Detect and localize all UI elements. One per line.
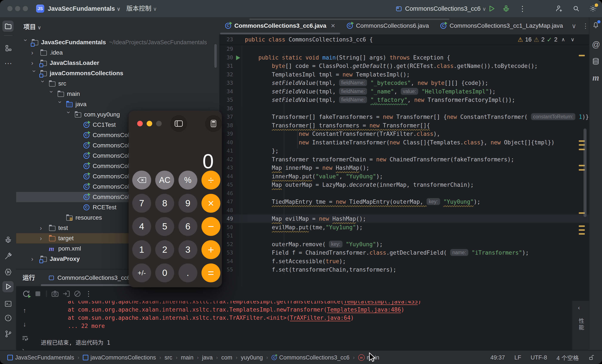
breadcrumb-item[interactable]: yuy0ung	[241, 354, 263, 361]
editor-tab[interactable]: CCommonsCollections3_cc1_LazyMap.java	[434, 17, 569, 34]
run-configuration-selector[interactable]: CommonsCollections3_cc6 ∨	[405, 0, 486, 17]
screenshot-button[interactable]	[51, 290, 59, 298]
vcs-menu[interactable]: 版本控制 ∨	[126, 0, 157, 17]
calculator-window[interactable]: 0 AC%÷789×456−123++/-0.=	[129, 111, 222, 287]
add-user-button[interactable]	[555, 5, 563, 12]
code-line[interactable]: 52 outerMap.remove( key: "Yuy0ung");	[219, 240, 589, 249]
tree-item[interactable]: ›java	[16, 99, 219, 109]
calc-mode-button[interactable]	[205, 115, 222, 132]
code-line[interactable]: 35 setFieldValue(tmpl, fieldName: "_tfac…	[219, 96, 589, 104]
calc-key-−[interactable]: −	[202, 217, 220, 236]
indent-setting[interactable]: 4 个空格	[556, 354, 579, 362]
stop-button[interactable]	[34, 290, 42, 298]
scroll-up-icon[interactable]: ↑	[23, 307, 26, 314]
tree-chevron-icon[interactable]: ›	[31, 48, 38, 58]
performance-collapsed-panel[interactable]: ‹ 性能	[572, 301, 590, 351]
code-line[interactable]: 44 innerMap.put("value", "Yuy0ung");	[219, 172, 589, 181]
code-line[interactable]: 46	[219, 189, 589, 198]
calc-key-+/-[interactable]: +/-	[132, 263, 151, 282]
ai-assistant-icon[interactable]: @	[592, 40, 600, 48]
calc-key-0[interactable]: 0	[155, 263, 174, 282]
run-tab[interactable]: CommonsCollections3_cc6	[48, 270, 130, 286]
code-line[interactable]: 43 Map innerMap = new HashMap();	[219, 164, 589, 172]
breadcrumb-item[interactable]: main	[181, 354, 194, 361]
code-line[interactable]: 34 setFieldValue(tmpl, fieldName: "_name…	[219, 87, 589, 96]
breadcrumb-item[interactable]: CCommonsCollections3_cc6	[271, 354, 349, 361]
code-line[interactable]: 38 Transformer[] transformers = new Tran…	[219, 121, 589, 130]
settings-button[interactable]	[589, 5, 597, 12]
file-encoding[interactable]: UTF-8	[531, 354, 547, 361]
tree-chevron-icon[interactable]: ›	[46, 91, 57, 97]
code-line[interactable]: 54 f.setAccessible(true);	[219, 257, 589, 266]
calc-key-6[interactable]: 6	[178, 217, 197, 236]
calc-key-2[interactable]: 2	[155, 240, 174, 259]
tree-item[interactable]: ›JavaSecFundamentals~/IdeaProjects/JavaS…	[16, 37, 219, 48]
console-output[interactable]: at com.sun.org.apache.xalan.internal.xsl…	[32, 301, 571, 351]
search-everywhere-button[interactable]	[572, 5, 580, 12]
code-line[interactable]: 40 new InstantiateTransformer(new Class[…	[219, 138, 589, 147]
calc-key-÷[interactable]: ÷	[202, 171, 220, 189]
terminal-tool-icon[interactable]	[4, 300, 12, 308]
calc-key-3[interactable]: 3	[178, 240, 197, 259]
tree-item[interactable]: ›JavaClassLoader	[16, 58, 219, 68]
code-line[interactable]: 50 evilMap.put(tme,"Yuy1ung");	[219, 223, 589, 232]
run-line-icon[interactable]	[236, 55, 240, 60]
calc-key-4[interactable]: 4	[132, 217, 151, 236]
rerun-button[interactable]	[22, 290, 30, 298]
code-line[interactable]: 29	[219, 45, 589, 53]
breadcrumb-item[interactable]: com	[221, 354, 232, 361]
tree-chevron-icon[interactable]: ›	[29, 70, 40, 76]
debug-button[interactable]	[502, 5, 510, 12]
calc-key-9[interactable]: 9	[178, 194, 197, 213]
structure-tool-icon[interactable]	[4, 44, 12, 52]
git-tool-icon[interactable]	[4, 330, 12, 338]
tree-chevron-icon[interactable]: ›	[55, 101, 65, 107]
maven-tool-icon[interactable]: m	[592, 73, 600, 81]
calc-key-=[interactable]: =	[202, 263, 220, 282]
tree-chevron-icon[interactable]: ›	[21, 39, 31, 46]
caret-position[interactable]: 49:37	[490, 354, 505, 361]
console-more-button[interactable]: ⋮	[85, 290, 93, 298]
line-ending[interactable]: LF	[514, 354, 521, 361]
soft-wrap-icon[interactable]	[21, 334, 29, 342]
code-line[interactable]: 49 Map evilMap = new HashMap();	[219, 214, 589, 223]
code-line[interactable]: 39 new ConstantTransformer(TrAXFilter.cl…	[219, 130, 589, 138]
tree-chevron-icon[interactable]: ›	[40, 223, 46, 233]
code-line[interactable]: 45 Map outerMap = LazyMap.decorate(inner…	[219, 180, 589, 189]
tab-list-chevron-icon[interactable]: ∨	[569, 17, 580, 34]
stack-trace-link[interactable]: TemplatesImpl.java:455	[344, 301, 418, 305]
tree-chevron-icon[interactable]: ›	[31, 254, 38, 264]
tree-item[interactable]: ›main	[16, 89, 219, 99]
tree-item[interactable]: ›javaCommonsCollections	[16, 68, 219, 78]
inspections-widget[interactable]: ⚠16 ⚠2 ✓2 ∧ ∨	[517, 34, 576, 45]
stack-trace-line[interactable]: at com.sun.org.apache.xalan.internal.xsl…	[41, 314, 354, 322]
project-menu[interactable]: JavaSecFundamentals ∨	[48, 0, 120, 17]
stack-trace-line[interactable]: ... 22 more	[41, 322, 105, 330]
calc-key-AC[interactable]: AC	[155, 171, 174, 189]
more-tools-icon[interactable]: ⋯	[4, 61, 12, 68]
calc-minimize-icon[interactable]	[147, 121, 152, 126]
editor-scrollbar[interactable]	[583, 128, 587, 217]
stack-trace-line[interactable]: at com.sun.org.apache.xalan.internal.xsl…	[41, 301, 421, 306]
tab-bar-scrollbar[interactable]	[249, 19, 449, 20]
code-line[interactable]: 55 f.set(transformerChain,transformers);	[219, 265, 589, 274]
traffic-light-minimize-icon[interactable]	[15, 6, 20, 11]
database-tool-icon[interactable]	[592, 58, 600, 65]
code-line[interactable]: 47 TiedMapEntry tme = new TiedMapEntry(o…	[219, 198, 589, 206]
calc-zoom-icon[interactable]	[156, 121, 162, 126]
code-line[interactable]: 48	[219, 206, 589, 215]
tab-options-icon[interactable]: ⋮	[580, 17, 589, 34]
tree-chevron-icon[interactable]: ›	[31, 58, 38, 68]
code-line[interactable]: 53 Field f = ChainedTransformer.class.ge…	[219, 248, 589, 257]
prev-problem-icon[interactable]: ∧	[560, 37, 567, 42]
project-panel-title[interactable]: 项目 ∨	[23, 22, 41, 31]
traffic-light-zoom-icon[interactable]	[23, 6, 28, 11]
lock-icon[interactable]	[588, 354, 594, 361]
run-tab-scrollbar[interactable]	[41, 284, 131, 286]
code-line[interactable]: 33 setFieldValue(tmpl, fieldName: "_byte…	[219, 79, 589, 87]
code-line[interactable]: 36	[219, 104, 589, 113]
tree-scrollbar[interactable]	[214, 44, 217, 68]
project-tool-icon[interactable]	[4, 22, 12, 30]
calc-close-icon[interactable]	[137, 121, 143, 126]
stack-trace-line[interactable]: at com.sun.org.apache.xalan.internal.xsl…	[41, 306, 404, 314]
